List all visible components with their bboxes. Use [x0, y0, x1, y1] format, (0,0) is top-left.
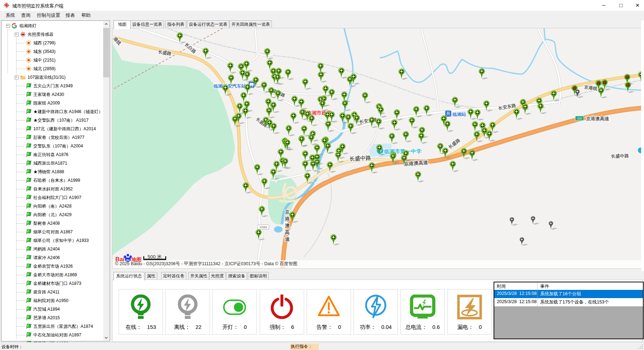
svg-text:京港澳高速: 京港澳高速 — [586, 116, 609, 121]
svg-text:长盛中路: 长盛中路 — [611, 153, 629, 159]
svg-text:速: 速 — [285, 237, 290, 242]
svg-text:地图: 地图 — [131, 257, 141, 262]
svg-text:500 米: 500 米 — [148, 254, 162, 259]
svg-text:临湘市第一中学: 临湘市第一中学 — [384, 148, 422, 154]
svg-text:Bai: Bai — [115, 256, 125, 262]
svg-text:临湘长安汽车站: 临湘长安汽车站 — [213, 83, 246, 89]
svg-text:G4: G4 — [577, 117, 582, 120]
svg-text:京: 京 — [284, 209, 290, 215]
svg-text:港: 港 — [284, 216, 290, 222]
svg-text:X089: X089 — [259, 225, 267, 229]
svg-text:澳: 澳 — [285, 223, 290, 228]
svg-text:长盛中路: 长盛中路 — [349, 155, 371, 162]
svg-text:© 2025 Baidu - GS(2023)3206号 -: © 2025 Baidu - GS(2023)3206号 - 甲测资字11111… — [115, 261, 297, 266]
svg-text:高: 高 — [285, 229, 290, 235]
svg-text:临湘站: 临湘站 — [452, 112, 466, 117]
svg-text:du: du — [126, 258, 130, 262]
